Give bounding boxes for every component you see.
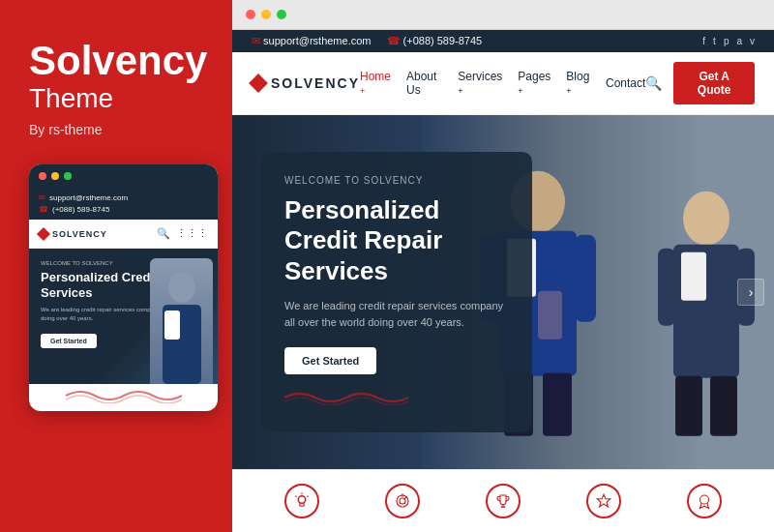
svg-rect-16 — [675, 375, 702, 435]
svg-rect-2 — [164, 310, 180, 340]
nav-home[interactable]: Home + — [360, 70, 391, 97]
badge-icon — [696, 492, 713, 510]
right-panel: ✉ support@rstheme.com ☎ (+088) 589-8745 … — [232, 0, 774, 532]
site-phone: ☎ (+088) 589-8745 — [387, 35, 483, 47]
social-facebook[interactable]: f — [702, 36, 705, 46]
topbar-phone-icon: ☎ — [387, 35, 403, 46]
svg-point-0 — [168, 272, 195, 303]
nav-blog[interactable]: Blog + — [566, 70, 590, 97]
target-icon — [394, 492, 411, 510]
logo-diamond-icon — [249, 74, 268, 93]
feature-icon-3 — [486, 484, 521, 518]
hero-content: WELCOME TO SOLVENCY Personalized Credit … — [232, 115, 561, 469]
feature-icon-5 — [687, 484, 722, 518]
mobile-mockup: ✉ support@rstheme.com ☎ (+088) 589-8745 … — [29, 164, 218, 411]
topbar-email-icon: ✉ — [252, 35, 263, 46]
mobile-chrome — [29, 164, 218, 188]
phone-icon: ☎ — [39, 205, 48, 214]
mobile-get-started-button[interactable]: Get Started — [41, 334, 97, 348]
mobile-wave-svg — [66, 388, 182, 403]
social-pinterest[interactable]: p — [724, 36, 729, 46]
feature-icon-4 — [586, 484, 621, 518]
person-svg — [153, 268, 211, 384]
nav-actions: 🔍 Get A Quote — [645, 62, 755, 104]
svg-line-25 — [404, 497, 406, 499]
get-quote-button[interactable]: Get A Quote — [673, 62, 755, 104]
feature-icon-2 — [385, 484, 420, 518]
browser-dot-green[interactable] — [277, 10, 286, 19]
mobile-hero-person — [150, 258, 213, 384]
site-logo: SOLVENCY — [252, 75, 360, 91]
hero-wave-container — [284, 390, 509, 409]
star-icon — [595, 492, 612, 510]
social-vimeo[interactable]: v — [750, 36, 755, 46]
svg-line-21 — [295, 496, 297, 497]
slider-next-arrow[interactable]: › — [737, 279, 764, 306]
topbar-right: f t p a v — [702, 36, 755, 46]
topbar-left: ✉ support@rstheme.com ☎ (+088) 589-8745 — [252, 35, 482, 47]
svg-point-11 — [683, 191, 729, 245]
svg-rect-17 — [710, 375, 737, 435]
browser-chrome — [232, 0, 774, 30]
mobile-phone: (+088) 589-8745 — [52, 205, 109, 214]
lightbulb-icon — [293, 492, 311, 510]
site-logo-text: SOLVENCY — [271, 75, 360, 91]
svg-point-29 — [700, 495, 709, 504]
nav-services[interactable]: Services + — [458, 70, 502, 97]
brand-subtitle: Theme — [29, 83, 203, 114]
icon-circle-4 — [586, 484, 621, 518]
browser-dot-yellow[interactable] — [261, 10, 271, 19]
svg-rect-13 — [681, 251, 706, 300]
brand-by: By rs-theme — [29, 122, 203, 137]
mobile-hero: WELCOME TO SOLVENCY Personalized Credit … — [29, 249, 218, 384]
search-icon[interactable]: 🔍 — [645, 75, 662, 91]
mobile-dot-red — [39, 172, 46, 180]
hero-desc: We are leading credit repair services co… — [284, 298, 509, 332]
icon-circle-3 — [486, 484, 521, 518]
mobile-menu-icon[interactable]: ⋮⋮⋮ — [176, 227, 208, 240]
hero-wave-svg — [284, 390, 410, 405]
hero-label: WELCOME TO SOLVENCY — [284, 175, 509, 186]
nav-links: Home + About Us Services + Pages + Blog … — [360, 70, 645, 97]
icon-circle-2 — [385, 484, 420, 518]
hero-title: Personalized Credit Repair Services — [284, 195, 509, 286]
mobile-logo: SOLVENCY — [39, 229, 107, 239]
email-icon: ✉ — [39, 193, 45, 202]
mobile-phone-item: ☎ (+088) 589-8745 — [39, 205, 128, 214]
site-email: ✉ support@rstheme.com — [252, 35, 372, 47]
site-icons-row — [232, 469, 774, 532]
mobile-search-icon[interactable]: 🔍 — [157, 227, 170, 240]
hero-card: WELCOME TO SOLVENCY Personalized Credit … — [261, 152, 532, 432]
left-panel: Solvency Theme By rs-theme ✉ support@rst… — [0, 0, 232, 532]
mobile-dot-yellow — [51, 172, 59, 180]
mobile-logo-text: SOLVENCY — [52, 229, 107, 239]
icon-circle-1 — [284, 484, 319, 518]
mobile-info-bar: ✉ support@rstheme.com ☎ (+088) 589-8745 — [29, 188, 218, 220]
svg-marker-28 — [597, 494, 610, 507]
mobile-contact-info: ✉ support@rstheme.com ☎ (+088) 589-8745 — [39, 193, 128, 214]
svg-point-18 — [298, 496, 306, 504]
nav-contact[interactable]: Contact — [606, 76, 645, 90]
feature-icon-1 — [284, 484, 319, 518]
website-wrapper: ✉ support@rstheme.com ☎ (+088) 589-8745 … — [232, 30, 774, 532]
hero-get-started-button[interactable]: Get Started — [284, 347, 376, 374]
icon-circle-5 — [687, 484, 722, 518]
trophy-icon — [494, 492, 512, 510]
nav-pages[interactable]: Pages + — [518, 70, 551, 97]
browser-dot-red[interactable] — [246, 10, 255, 19]
hero-person-2-svg — [658, 151, 755, 469]
mobile-dot-green — [64, 172, 72, 180]
social-instagram[interactable]: a — [736, 36, 742, 46]
svg-point-23 — [400, 498, 405, 504]
mobile-wave — [29, 384, 218, 411]
svg-line-20 — [307, 496, 309, 497]
social-twitter[interactable]: t — [713, 36, 716, 46]
site-nav: SOLVENCY Home + About Us Services + Page… — [232, 52, 774, 115]
site-topbar: ✉ support@rstheme.com ☎ (+088) 589-8745 … — [232, 30, 774, 52]
nav-about[interactable]: About Us — [406, 70, 442, 97]
svg-rect-14 — [658, 248, 675, 325]
mobile-email-item: ✉ support@rstheme.com — [39, 193, 128, 202]
mobile-nav-icons: 🔍 ⋮⋮⋮ — [157, 227, 208, 240]
site-hero: WELCOME TO SOLVENCY Personalized Credit … — [232, 115, 774, 469]
brand-title: Solvency — [29, 39, 203, 83]
